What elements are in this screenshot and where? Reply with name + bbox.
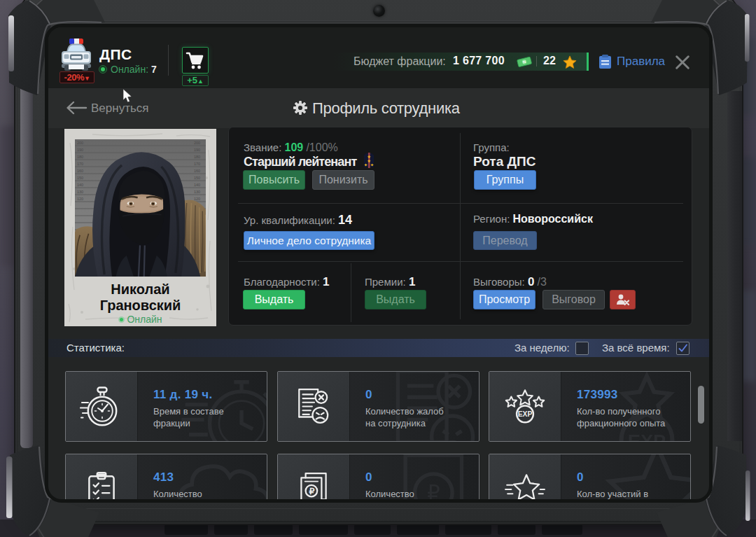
- svg-text:180: 180: [194, 155, 200, 159]
- svg-text:130: 130: [194, 190, 200, 194]
- svg-text:EXP: EXP: [628, 431, 666, 442]
- svg-text:130: 130: [77, 190, 83, 194]
- svg-text:190: 190: [77, 148, 83, 152]
- svg-text:160: 160: [77, 169, 83, 173]
- svg-text:120: 120: [194, 197, 200, 201]
- svg-text:180: 180: [77, 155, 83, 159]
- svg-text:160: 160: [194, 169, 200, 173]
- svg-text:150: 150: [77, 176, 83, 180]
- svg-text:170: 170: [194, 162, 200, 166]
- svg-text:140: 140: [194, 183, 200, 187]
- svg-text:120: 120: [77, 197, 83, 201]
- svg-text:150: 150: [194, 176, 200, 180]
- svg-text:EXP: EXP: [518, 410, 533, 418]
- svg-text:190: 190: [194, 148, 200, 152]
- svg-text:140: 140: [77, 183, 83, 187]
- svg-text:200: 200: [194, 141, 200, 145]
- svg-text:₽: ₽: [309, 486, 314, 496]
- svg-text:170: 170: [77, 162, 83, 166]
- svg-text:200: 200: [77, 141, 83, 145]
